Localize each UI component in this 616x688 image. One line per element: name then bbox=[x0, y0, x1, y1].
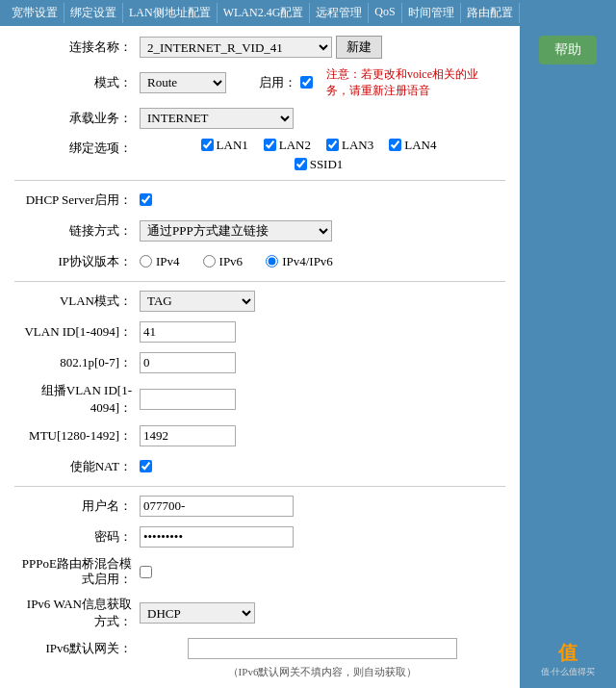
group-vlan-input[interactable] bbox=[140, 389, 236, 410]
pppoe-bridge-value bbox=[140, 566, 505, 578]
mtu-row: MTU[1280-1492]： bbox=[14, 424, 505, 447]
pppoe-bridge-row: PPPoE路由桥混合模式启用： bbox=[14, 556, 505, 589]
bind-lan3-checkbox[interactable] bbox=[326, 139, 339, 151]
vlan-8021p-input[interactable] bbox=[140, 352, 236, 373]
bind-lan4-checkbox[interactable] bbox=[389, 139, 401, 151]
nat-checkbox[interactable] bbox=[140, 460, 152, 472]
divider3 bbox=[14, 486, 505, 487]
ip-version-row: IP协议版本： IPv4 IPv6 IPv4/IPv6 bbox=[14, 250, 505, 273]
dhcp-value bbox=[140, 193, 505, 206]
nav-item-远程管理[interactable]: 远程管理 bbox=[310, 3, 369, 23]
ipv6-wan-value: DHCP bbox=[140, 602, 505, 624]
link-type-select[interactable]: 通过PPP方式建立链接 bbox=[140, 220, 332, 242]
mode-row: 模式： Route 启用： 注意：若更改和voice相关的业务，请重新注册语音 bbox=[14, 66, 505, 99]
mtu-value bbox=[140, 425, 505, 446]
dhcp-label: DHCP Server启用： bbox=[14, 191, 140, 209]
service-value: INTERNET bbox=[140, 108, 505, 129]
bind-options-row: 绑定选项： LAN1 LAN2 LAN3 bbox=[14, 138, 505, 172]
bind-lan3-label[interactable]: LAN3 bbox=[326, 138, 373, 153]
service-select[interactable]: INTERNET bbox=[140, 108, 294, 129]
vlan-8021p-row: 802.1p[0-7]： bbox=[14, 351, 505, 374]
service-row: 承载业务： INTERNET bbox=[14, 107, 505, 130]
ipv6-gateway-input[interactable] bbox=[188, 638, 457, 659]
watermark-text: 值·什么值得买 bbox=[541, 666, 595, 678]
service-label: 承载业务： bbox=[14, 110, 140, 127]
new-button[interactable]: 新建 bbox=[336, 36, 382, 59]
nat-value bbox=[140, 460, 505, 472]
connection-name-value: 2_INTERNET_R_VID_41 新建 bbox=[140, 36, 505, 59]
nav-item-QoS[interactable]: QoS bbox=[369, 3, 401, 23]
nat-label: 使能NAT： bbox=[14, 458, 140, 475]
bind-ssid1-checkbox[interactable] bbox=[295, 158, 307, 170]
link-type-row: 链接方式： 通过PPP方式建立链接 bbox=[14, 219, 505, 242]
help-button[interactable]: 帮助 bbox=[539, 36, 597, 64]
link-type-value: 通过PPP方式建立链接 bbox=[140, 220, 505, 242]
vlan-8021p-label: 802.1p[0-7]： bbox=[14, 354, 140, 371]
nav-item-WLAN2.4G配置[interactable]: WLAN2.4G配置 bbox=[218, 3, 311, 23]
top-nav: // Render nav items inline below 宽带设置绑定设… bbox=[0, 0, 616, 26]
notice-text: 注意：若更改和voice相关的业务，请重新注册语音 bbox=[326, 66, 500, 99]
enable-checkbox[interactable] bbox=[300, 76, 313, 89]
password-input[interactable] bbox=[140, 526, 294, 548]
password-value bbox=[140, 526, 505, 548]
ipv4v6-label[interactable]: IPv4/IPv6 bbox=[266, 254, 333, 269]
ipv6-wan-row: IPv6 WAN信息获取方式： DHCP bbox=[14, 596, 505, 630]
username-row: 用户名： bbox=[14, 495, 505, 518]
group-vlan-value bbox=[140, 389, 505, 410]
username-label: 用户名： bbox=[14, 497, 140, 515]
vlan-id-row: VLAN ID[1-4094]： bbox=[14, 320, 505, 344]
ipv6-wan-label: IPv6 WAN信息获取方式： bbox=[14, 596, 140, 630]
mode-select[interactable]: Route bbox=[140, 72, 226, 93]
bind-lan2-checkbox[interactable] bbox=[264, 139, 276, 151]
ipv6-label[interactable]: IPv6 bbox=[203, 254, 244, 269]
bind-lan2-label[interactable]: LAN2 bbox=[264, 138, 311, 153]
vlan-id-input[interactable] bbox=[140, 321, 236, 343]
ip-version-label: IP协议版本： bbox=[14, 253, 140, 270]
mode-value: Route 启用： 注意：若更改和voice相关的业务，请重新注册语音 bbox=[140, 66, 505, 99]
ipv4-radio[interactable] bbox=[140, 255, 152, 268]
enable-label: 启用： bbox=[259, 74, 296, 91]
bind-ssid1-label[interactable]: SSID1 bbox=[295, 157, 344, 172]
nav-item-时间管理[interactable]: 时间管理 bbox=[402, 3, 461, 23]
ipv4v6-radio[interactable] bbox=[266, 255, 278, 268]
ipv6-gateway-value: （IPv6默认网关不填内容，则自动获取） bbox=[140, 638, 505, 679]
vlan-mode-label: VLAN模式： bbox=[14, 293, 140, 310]
vlan-8021p-value bbox=[140, 352, 505, 373]
ipv6-gateway-note: （IPv6默认网关不填内容，则自动获取） bbox=[228, 665, 418, 679]
pppoe-bridge-label: PPPoE路由桥混合模式启用： bbox=[14, 556, 140, 589]
mode-label: 模式： bbox=[14, 74, 140, 91]
ipv6-radio[interactable] bbox=[203, 255, 216, 268]
main-layout: 连接名称： 2_INTERNET_R_VID_41 新建 模式： Route 启… bbox=[0, 26, 616, 688]
connection-name-row: 连接名称： 2_INTERNET_R_VID_41 新建 bbox=[14, 36, 505, 59]
mtu-input[interactable] bbox=[140, 425, 236, 446]
vlan-id-label: VLAN ID[1-4094]： bbox=[14, 323, 140, 341]
connection-name-select[interactable]: 2_INTERNET_R_VID_41 bbox=[140, 37, 332, 58]
ip-version-value: IPv4 IPv6 IPv4/IPv6 bbox=[140, 254, 505, 269]
username-value bbox=[140, 496, 505, 517]
group-vlan-row: 组播VLAN ID[1-4094]： bbox=[14, 382, 505, 417]
ipv6-gateway-row: IPv6默认网关： （IPv6默认网关不填内容，则自动获取） bbox=[14, 638, 505, 679]
bind-value: LAN1 LAN2 LAN3 LAN4 bbox=[140, 138, 505, 172]
watermark-logo: 值 值·什么值得买 bbox=[541, 640, 595, 688]
vlan-mode-value: TAG bbox=[140, 291, 505, 312]
username-input[interactable] bbox=[140, 496, 294, 517]
bind-lan1-checkbox[interactable] bbox=[201, 139, 214, 151]
ipv6-wan-select[interactable]: DHCP bbox=[140, 602, 255, 624]
password-row: 密码： bbox=[14, 525, 505, 548]
nav-item-LAN侧地址配置[interactable]: LAN侧地址配置 bbox=[123, 3, 218, 23]
bind-lan4-label[interactable]: LAN4 bbox=[389, 138, 436, 153]
ipv6-gateway-label: IPv6默认网关： bbox=[14, 638, 140, 657]
ipv4-label[interactable]: IPv4 bbox=[140, 254, 180, 269]
nav-item-绑定设置[interactable]: 绑定设置 bbox=[64, 3, 123, 23]
nav-item-宽带设置[interactable]: 宽带设置 bbox=[6, 3, 64, 23]
vlan-mode-select[interactable]: TAG bbox=[140, 291, 255, 312]
nav-item-路由配置[interactable]: 路由配置 bbox=[461, 3, 520, 23]
password-label: 密码： bbox=[14, 528, 140, 546]
group-vlan-label: 组播VLAN ID[1-4094]： bbox=[14, 382, 140, 417]
divider1 bbox=[14, 180, 505, 181]
bind-label: 绑定选项： bbox=[14, 138, 140, 157]
pppoe-bridge-checkbox[interactable] bbox=[140, 566, 152, 578]
nat-row: 使能NAT： bbox=[14, 455, 505, 478]
dhcp-checkbox[interactable] bbox=[140, 193, 152, 206]
bind-lan1-label[interactable]: LAN1 bbox=[201, 138, 248, 153]
